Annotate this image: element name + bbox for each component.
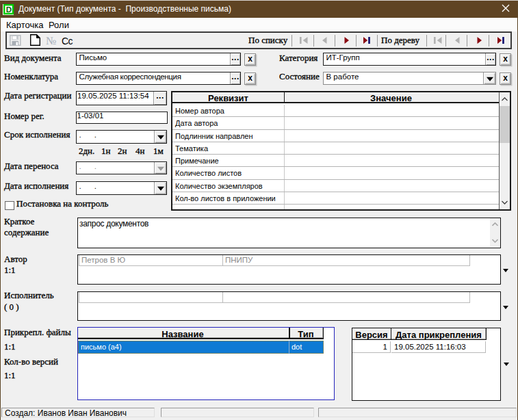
svg-text:D: D xyxy=(6,5,12,14)
